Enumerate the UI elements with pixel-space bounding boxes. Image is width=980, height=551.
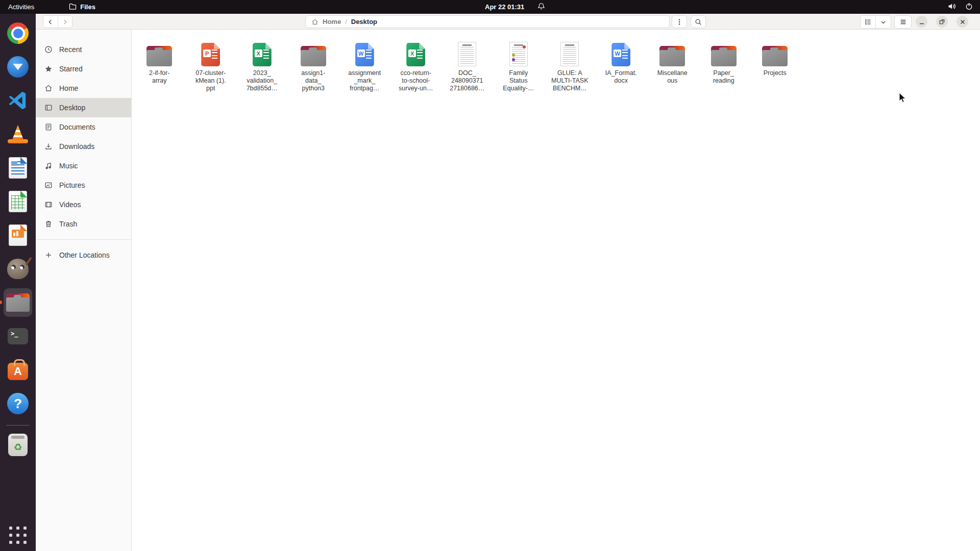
sidebar-item-label: Recent [59,45,82,54]
sidebar-item-label: Starred [59,65,83,73]
excel-file-icon: X [406,41,425,66]
sidebar-item-recent[interactable]: Recent [36,40,131,59]
downloads-icon [44,142,53,151]
folder-icon [762,41,788,66]
focused-app-name: Files [80,3,95,11]
sidebar-item-music[interactable]: Music [36,156,131,176]
forward-button[interactable] [58,16,72,28]
files-app-icon [69,3,77,11]
sidebar-item-downloads[interactable]: Downloads [36,137,131,156]
dock-files-icon[interactable] [4,288,32,317]
plus-icon [44,251,53,259]
sidebar-item-label: Other Locations [59,251,110,259]
sidebar-item-label: Downloads [59,142,94,151]
file-label: 2023_ validation_ 7bd855d… [247,69,278,92]
restore-button[interactable] [936,16,948,28]
file-item[interactable]: P07-cluster- kMean (1). ppt [185,41,237,92]
sidebar-item-desktop[interactable]: Desktop [36,98,131,117]
file-label: GLUE: A MULTI-TASK BENCHM… [551,69,588,92]
file-item[interactable]: Wassignment _mark_ frontpag… [339,41,390,92]
system-status-area[interactable] [948,0,973,14]
dock-help-icon[interactable]: ? [4,389,32,418]
path-options-button[interactable] [672,15,687,28]
sidebar-item-starred[interactable]: Starred [36,59,131,79]
word-file-icon: W [611,41,630,66]
dock-vlc-icon[interactable] [4,120,32,148]
sidebar-item-videos[interactable]: Videos [36,195,131,214]
notification-bell-icon [537,3,545,12]
back-button[interactable] [43,16,58,28]
dock-thunderbird-icon[interactable] [4,53,32,81]
screen: Activities Files Apr 22 01:31 >_A?♻ [0,0,980,551]
music-icon [44,162,53,170]
dock-chrome-icon[interactable] [4,19,32,47]
dock-gimp-icon[interactable] [4,255,32,283]
focused-app-menu[interactable]: Files [69,3,95,11]
dock-vscode-icon[interactable] [4,86,32,115]
home-icon [311,18,318,26]
top-bar: Activities Files Apr 22 01:31 [0,0,980,14]
file-label: Projects [764,69,787,77]
videos-icon [44,201,53,209]
window-body: RecentStarredHomeDesktopDocumentsDownloa… [36,30,980,551]
file-item[interactable]: GLUE: A MULTI-TASK BENCHM… [544,41,596,92]
file-grid[interactable]: 2-if-for- arrayP07-cluster- kMean (1). p… [132,30,980,551]
main-menu-button[interactable] [894,15,912,29]
file-label: 2-if-for- array [149,69,169,85]
file-item[interactable]: Paper_ reading [698,41,750,85]
close-button[interactable] [957,16,968,28]
file-item[interactable]: Miscellane ous [647,41,698,85]
dock-trash-icon[interactable]: ♻ [4,431,32,459]
file-label: assignment _mark_ frontpag… [348,69,381,92]
sidebar-item-label: Documents [59,123,95,131]
sidebar-item-pictures[interactable]: Pictures [36,176,131,195]
breadcrumb-current[interactable]: Desktop [351,18,377,26]
list-view-button[interactable] [861,16,876,28]
sidebar-item-label: Videos [59,201,81,209]
starred-icon [44,65,53,73]
dock-libreoffice-writer-icon[interactable] [4,154,32,182]
dock-divider [6,425,30,425]
word-file-icon: W [355,41,374,66]
navigation-buttons [43,15,72,28]
mouse-cursor [899,92,907,106]
activities-button[interactable]: Activities [0,0,42,14]
sidebar-item-other-locations[interactable]: Other Locations [36,245,131,265]
file-item[interactable]: DOC_ 248090371 27180686… [442,41,493,92]
breadcrumb-home[interactable]: Home [323,18,341,26]
show-apps-button[interactable] [9,527,27,544]
file-item[interactable]: 2-if-for- array [134,41,185,85]
file-item[interactable]: Family Status Equality-… [493,41,545,92]
file-item[interactable]: Projects [749,41,801,77]
view-toggle-group [860,15,891,29]
dock-ubuntu-software-icon[interactable]: A [4,356,32,384]
excel-file-icon: X [253,41,272,66]
breadcrumb-separator: / [345,18,347,26]
sidebar-item-label: Desktop [59,104,85,112]
file-item[interactable]: assign1- data_ python3 [288,41,339,92]
dock-libreoffice-impress-icon[interactable] [4,221,32,249]
view-options-chevron-button[interactable] [876,16,891,28]
file-label: 07-cluster- kMean (1). ppt [195,69,226,92]
document-preview-icon [560,41,579,66]
path-bar[interactable]: Home / Desktop [305,15,670,28]
file-label: Miscellane ous [657,69,688,85]
sidebar-item-label: Pictures [59,181,85,189]
power-icon [965,3,973,12]
dock-terminal-icon[interactable]: >_ [4,322,32,350]
sidebar-item-trash[interactable]: Trash [36,214,131,234]
search-button[interactable] [691,15,706,28]
sidebar-item-documents[interactable]: Documents [36,117,131,137]
folder-icon [710,41,737,66]
sidebar-item-label: Home [59,84,78,92]
files-window: Home / Desktop [36,14,980,551]
file-item[interactable]: Xcco-return- to-school- survey-un… [390,41,442,92]
clock[interactable]: Apr 22 01:31 [485,0,545,14]
pictures-icon [44,181,53,189]
minimize-button[interactable] [916,16,927,28]
sidebar-item-home[interactable]: Home [36,79,131,98]
dock-libreoffice-calc-icon[interactable] [4,187,32,216]
file-item[interactable]: X2023_ validation_ 7bd855d… [236,41,288,92]
powerpoint-file-icon: P [201,41,220,66]
file-item[interactable]: WIA_Format. docx [596,41,647,85]
